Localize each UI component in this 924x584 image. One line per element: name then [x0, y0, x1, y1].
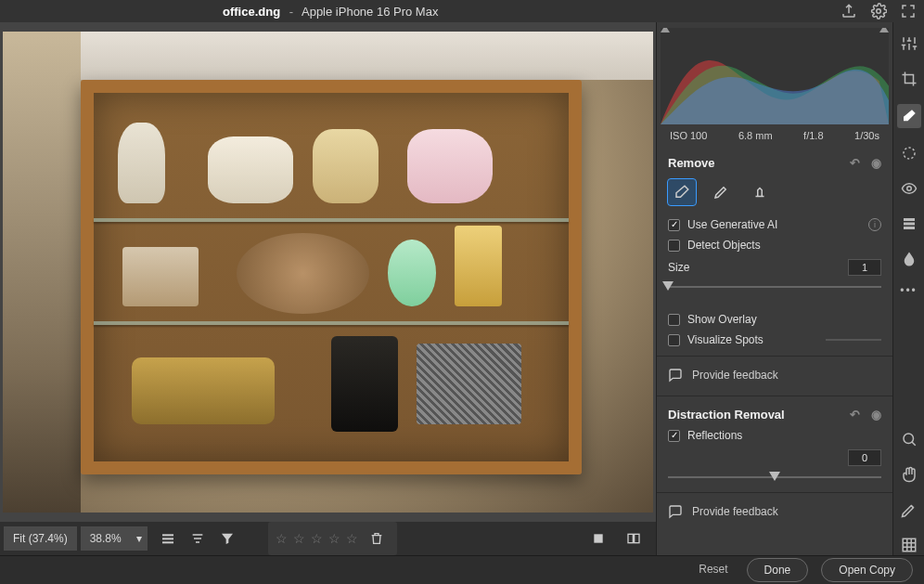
viewer-toolbar: Fit (37.4%) 38.8% ▾ ☆ ☆ ☆ ☆ ☆ [0, 522, 656, 555]
star-4[interactable]: ☆ [328, 531, 340, 546]
window-title: office.dng - Apple iPhone 16 Pro Max [223, 5, 438, 19]
size-label: Size [668, 261, 689, 274]
info-icon[interactable]: i [868, 218, 881, 231]
remove-heading: Remove [668, 156, 715, 170]
device-name: Apple iPhone 16 Pro Max [302, 5, 438, 19]
compare-view-icon[interactable] [621, 526, 647, 552]
canvas[interactable] [0, 22, 656, 522]
blur-icon[interactable] [899, 249, 919, 269]
svg-rect-6 [635, 534, 639, 542]
tool-rail: ••• [892, 22, 924, 555]
svg-rect-9 [904, 218, 915, 221]
sort-icon[interactable] [185, 526, 211, 552]
use-generative-ai-checkbox[interactable] [668, 219, 680, 231]
show-overlay-label: Show Overlay [687, 313, 757, 326]
show-overlay-row: Show Overlay [657, 309, 892, 330]
detect-objects-row: Detect Objects [657, 235, 892, 255]
zoom-tool-icon[interactable] [899, 429, 919, 449]
remove-feedback-button[interactable]: Provide feedback [657, 356, 892, 394]
star-1[interactable]: ☆ [276, 531, 288, 546]
undo-icon[interactable]: ↶ [850, 156, 860, 170]
exif-strip: ISO 100 6.8 mm f/1.8 1/30s [661, 124, 889, 147]
edit-panel: ISO 100 6.8 mm f/1.8 1/30s Remove ↶ ◉ Us… [656, 22, 892, 555]
chevron-down-icon: ▾ [131, 526, 148, 551]
exif-iso: ISO 100 [670, 130, 707, 141]
highlight-clip-icon[interactable] [879, 28, 889, 32]
size-slider[interactable] [668, 279, 881, 294]
crop-icon[interactable] [899, 69, 919, 89]
filename: office.dng [223, 5, 280, 19]
distraction-section-header[interactable]: Distraction Removal ↶ ◉ [657, 398, 892, 425]
star-3[interactable]: ☆ [311, 531, 323, 546]
reflections-amount-slider[interactable] [668, 470, 881, 485]
svg-point-7 [904, 148, 915, 159]
exif-shutter: 1/30s [854, 130, 879, 141]
clone-stamp-tool[interactable] [746, 179, 774, 205]
gear-icon[interactable] [870, 3, 887, 19]
visibility-icon[interactable]: ◉ [871, 408, 881, 422]
svg-rect-11 [904, 227, 915, 229]
zoom-selector[interactable]: 38.8% ▾ [81, 526, 148, 551]
hand-tool-icon[interactable] [899, 464, 919, 485]
filter-icon[interactable] [214, 526, 240, 552]
undo-icon[interactable]: ↶ [850, 408, 860, 422]
star-5[interactable]: ☆ [346, 531, 358, 546]
image-viewer: Fit (37.4%) 38.8% ▾ ☆ ☆ ☆ ☆ ☆ [0, 22, 656, 555]
single-view-icon[interactable] [585, 526, 611, 552]
svg-rect-2 [162, 538, 173, 539]
reflections-amount-row: 0 [657, 446, 892, 487]
export-icon[interactable] [841, 3, 857, 19]
detect-objects-label: Detect Objects [687, 239, 761, 252]
exif-aperture: f/1.8 [803, 130, 823, 141]
reflections-checkbox[interactable] [668, 430, 680, 442]
healing-icon[interactable] [897, 104, 921, 128]
svg-point-8 [906, 187, 911, 191]
svg-point-0 [877, 9, 881, 14]
mask-icon[interactable] [899, 143, 919, 163]
visualize-spots-checkbox[interactable] [668, 334, 680, 346]
visualize-spots-slider[interactable] [826, 339, 881, 341]
done-button[interactable]: Done [747, 558, 809, 582]
visualize-spots-row: Visualize Spots [657, 330, 892, 350]
svg-rect-4 [594, 534, 602, 542]
open-copy-button[interactable]: Open Copy [821, 558, 913, 582]
use-generative-ai-label: Use Generative AI [687, 218, 777, 231]
remove-section-header[interactable]: Remove ↶ ◉ [657, 147, 892, 174]
footer-bar: Reset Done Open Copy [0, 555, 924, 584]
adjust-icon[interactable] [899, 33, 919, 54]
rating-stars: ☆ ☆ ☆ ☆ ☆ [268, 522, 397, 555]
shadow-clip-icon[interactable] [661, 28, 670, 32]
svg-point-12 [904, 434, 914, 444]
zoom-value: 38.8% [81, 526, 131, 551]
reflections-amount-value[interactable]: 0 [848, 449, 881, 466]
svg-rect-1 [162, 534, 173, 536]
trash-icon[interactable] [364, 526, 390, 552]
grid-icon[interactable] [899, 535, 919, 555]
histogram[interactable] [661, 28, 889, 124]
distraction-heading: Distraction Removal [668, 408, 785, 422]
distraction-feedback-button[interactable]: Provide feedback [657, 492, 892, 530]
color-sampler-icon[interactable] [899, 500, 919, 520]
photo-preview [3, 32, 653, 513]
eraser-tool[interactable] [668, 179, 696, 205]
visibility-icon[interactable]: ◉ [871, 156, 881, 170]
reflections-row: Reflections [657, 425, 892, 446]
use-generative-ai-row: Use Generative AI i [657, 214, 892, 235]
show-overlay-checkbox[interactable] [668, 314, 680, 326]
detect-objects-checkbox[interactable] [668, 240, 680, 252]
reset-button[interactable]: Reset [693, 558, 733, 582]
reflections-label: Reflections [687, 429, 742, 442]
fit-button[interactable]: Fit (37.4%) [4, 526, 77, 551]
visualize-spots-label: Visualize Spots [687, 333, 764, 346]
size-value[interactable]: 1 [848, 259, 881, 276]
fullscreen-icon[interactable] [900, 3, 917, 19]
grid-view-icon[interactable] [155, 526, 181, 552]
redeye-icon[interactable] [899, 178, 919, 199]
remove-tools [657, 174, 892, 214]
more-tools-icon[interactable]: ••• [900, 284, 918, 297]
title-bar: office.dng - Apple iPhone 16 Pro Max [0, 0, 924, 22]
heal-brush-tool[interactable] [707, 179, 735, 205]
star-2[interactable]: ☆ [293, 531, 305, 546]
size-slider-row: Size 1 [657, 255, 892, 296]
presets-icon[interactable] [899, 214, 919, 234]
